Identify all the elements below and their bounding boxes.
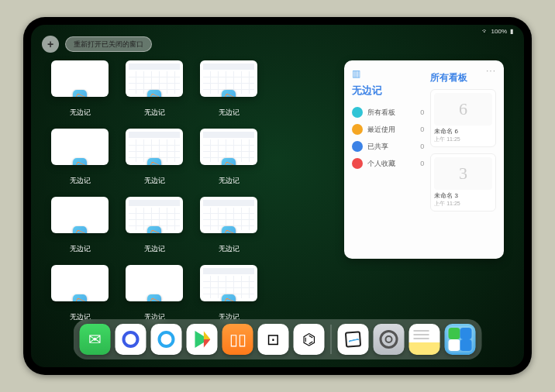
content-area: 无边记无边记无边记无边记无边记无边记无边记无边记无边记无边记无边记无边记 ···…	[51, 60, 504, 322]
freeform-icon[interactable]	[338, 324, 369, 355]
window-thumb[interactable]: 无边记	[51, 197, 109, 254]
thumb-preview	[126, 129, 183, 165]
category-label: 个人收藏	[367, 159, 395, 169]
dice-icon[interactable]: ⊡	[258, 324, 289, 355]
thumb-preview	[126, 60, 183, 97]
status-bar: ᯤ 100% ▮	[482, 28, 513, 35]
thumb-preview	[51, 197, 109, 233]
category-icon	[352, 124, 363, 135]
thumb-label: 无边记	[219, 176, 240, 186]
panel-title: 无边记	[352, 84, 424, 98]
category-icon	[352, 107, 363, 118]
thumb-preview	[200, 265, 257, 301]
board-card[interactable]: 3 未命名 3 上午 11:25	[430, 153, 496, 211]
freeform-app-badge-icon	[73, 294, 87, 301]
freeform-app-badge-icon	[147, 294, 161, 301]
window-grid: 无边记无边记无边记无边记无边记无边记无边记无边记无边记无边记无边记无边记	[51, 60, 332, 322]
freeform-app-badge-icon	[222, 158, 236, 165]
category-icon	[352, 141, 363, 152]
freeform-app-badge-icon	[147, 158, 161, 165]
freeform-app-badge-icon	[222, 294, 236, 301]
more-icon[interactable]: ···	[486, 65, 496, 76]
battery-text: 100%	[491, 28, 507, 35]
sidebar-panel[interactable]: ··· ▥ 无边记 所有看板 0 最近使用 0 已共享 0 个人收藏 0 所有看…	[344, 60, 504, 259]
wechat-icon[interactable]: ✉	[80, 324, 111, 355]
category-row[interactable]: 所有看板 0	[352, 104, 424, 121]
window-thumb[interactable]: 无边记	[51, 129, 109, 186]
freeform-app-badge-icon	[147, 90, 161, 97]
ipad-device: ᯤ 100% ▮ + 重新打开已关闭的窗口 无边记无边记无边记无边记无边记无边记…	[23, 17, 532, 375]
freeform-app-badge-icon	[222, 90, 236, 97]
thumb-preview	[51, 265, 109, 301]
thumb-preview	[200, 197, 257, 233]
board-name: 未命名 6	[434, 127, 492, 136]
category-label: 所有看板	[367, 108, 395, 118]
play-icon[interactable]	[187, 324, 218, 355]
screen: ᯤ 100% ▮ + 重新打开已关闭的窗口 无边记无边记无边记无边记无边记无边记…	[31, 25, 524, 367]
freeform-app-badge-icon	[147, 226, 161, 233]
board-date: 上午 11:25	[434, 136, 492, 143]
category-row[interactable]: 最近使用 0	[352, 121, 424, 138]
window-thumb[interactable]: 无边记	[200, 129, 257, 186]
thumb-label: 无边记	[144, 176, 165, 186]
category-row[interactable]: 个人收藏 0	[352, 155, 424, 172]
app-folder-icon[interactable]	[445, 324, 476, 355]
window-thumb[interactable]: 无边记	[200, 60, 257, 118]
thumb-label: 无边记	[219, 244, 240, 254]
board-preview: 6	[434, 93, 492, 126]
dock: ✉▯▯⊡⌬	[74, 319, 482, 359]
window-thumb[interactable]: 无边记	[126, 197, 183, 254]
thumb-label: 无边记	[70, 108, 91, 118]
freeform-app-badge-icon	[73, 90, 87, 97]
dock-separator	[331, 325, 332, 354]
thumb-label: 无边记	[70, 176, 91, 186]
board-preview: 3	[434, 157, 492, 190]
notes-icon[interactable]	[409, 324, 440, 355]
sidebar-toggle-icon[interactable]: ▥	[352, 68, 424, 79]
category-label: 已共享	[367, 142, 388, 152]
window-thumb[interactable]: 无边记	[51, 60, 109, 118]
thumb-label: 无边记	[219, 108, 240, 118]
window-thumb[interactable]: 无边记	[51, 265, 109, 322]
panel-left: ▥ 无边记 所有看板 0 最近使用 0 已共享 0 个人收藏 0	[352, 68, 424, 251]
board-name: 未命名 3	[434, 191, 492, 200]
airpods-icon[interactable]: ⌬	[294, 324, 325, 355]
signal-icon: ᯤ	[482, 28, 488, 35]
window-thumb[interactable]: 无边记	[126, 265, 183, 322]
thumb-preview	[200, 60, 257, 97]
thumb-preview	[126, 197, 183, 233]
window-thumb[interactable]: 无边记	[126, 129, 183, 186]
battery-icon: ▮	[510, 28, 513, 35]
board-card[interactable]: 6 未命名 6 上午 11:25	[430, 89, 496, 147]
thumb-label: 无边记	[70, 244, 91, 254]
thumb-preview	[200, 129, 257, 165]
panel-right: 所有看板 6 未命名 6 上午 11:253 未命名 3 上午 11:25	[424, 68, 496, 251]
thumb-preview	[51, 129, 109, 165]
books-icon[interactable]: ▯▯	[222, 324, 253, 355]
category-label: 最近使用	[367, 125, 395, 135]
thumb-preview	[51, 60, 109, 97]
thumb-label: 无边记	[144, 244, 165, 254]
quark-icon[interactable]	[115, 324, 147, 355]
freeform-app-badge-icon	[73, 158, 87, 165]
freeform-app-badge-icon	[73, 226, 87, 233]
thumb-preview	[126, 265, 183, 301]
thumb-label: 无边记	[144, 108, 165, 118]
window-thumb[interactable]: 无边记	[126, 60, 183, 118]
window-thumb[interactable]: 无边记	[200, 197, 257, 254]
qqbrowser-icon[interactable]	[151, 324, 182, 355]
topbar: + 重新打开已关闭的窗口	[42, 36, 152, 53]
freeform-app-badge-icon	[222, 226, 236, 233]
board-date: 上午 11:25	[434, 200, 492, 208]
category-row[interactable]: 已共享 0	[352, 138, 424, 155]
settings-icon[interactable]	[374, 324, 405, 355]
new-window-button[interactable]: +	[42, 36, 59, 53]
category-icon	[352, 158, 363, 169]
window-thumb[interactable]: 无边记	[200, 265, 257, 322]
reopen-closed-window-button[interactable]: 重新打开已关闭的窗口	[65, 36, 152, 52]
